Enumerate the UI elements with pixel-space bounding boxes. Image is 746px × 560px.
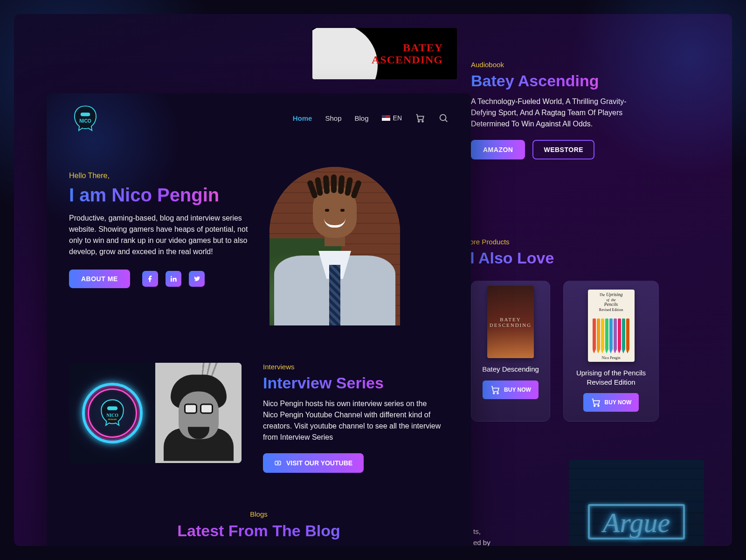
search-button[interactable]	[438, 113, 449, 123]
logo-icon: NICO	[70, 103, 100, 133]
product-card-uprising-pencils[interactable]: The Uprisingof thePencilsRevised Edition…	[563, 281, 659, 422]
cart-button[interactable]	[415, 113, 425, 123]
flag-us-icon	[382, 115, 390, 121]
hero-section: Hello There, I am Nico Pengin Productive…	[47, 134, 471, 325]
book-cover-batey-descending: BATEY DESCENDING	[487, 286, 534, 358]
interview-thumbnail: NICO PENGIN	[69, 363, 242, 463]
buy-now-button[interactable]: BUY NOW	[483, 380, 539, 399]
svg-point-2	[594, 405, 595, 407]
product-title: Batey Descending	[482, 365, 539, 374]
interviews-title: Interview Series	[263, 374, 443, 392]
svg-text:NICO: NICO	[106, 412, 118, 417]
interviews-description: Nico Pengin hosts his own interview seri…	[263, 398, 443, 443]
hero-headline: I am Nico Pengin	[69, 185, 251, 205]
linkedin-icon	[170, 275, 177, 283]
facebook-link[interactable]	[142, 271, 158, 287]
svg-point-7	[418, 121, 420, 122]
visit-youtube-button[interactable]: VISIT OUR YOUTUBE	[263, 453, 364, 473]
nav-shop[interactable]: Shop	[325, 114, 341, 122]
interviews-section: NICO PENGIN	[47, 325, 471, 473]
hero-description: Productive, gaming-based, blog and inter…	[69, 213, 251, 257]
interviews-caption: Interviews	[263, 363, 443, 371]
svg-point-1	[497, 393, 498, 394]
twitter-link[interactable]	[189, 271, 205, 287]
blogs-caption: Blogs	[47, 510, 471, 518]
logo-icon: NICO PENGIN	[96, 396, 129, 430]
cart-icon	[591, 397, 601, 408]
hero-portrait	[269, 167, 400, 325]
nav-blog[interactable]: Blog	[355, 114, 369, 122]
audiobook-title: Batey Ascending	[471, 72, 639, 90]
linkedin-link[interactable]	[166, 271, 181, 287]
language-selector[interactable]: EN	[382, 114, 402, 122]
cart-icon	[490, 385, 500, 395]
about-me-button[interactable]: ABOUT ME	[69, 270, 130, 288]
webstore-button[interactable]: WEBSTORE	[532, 140, 594, 159]
book-cover-uprising-pencils: The Uprisingof thePencilsRevised Edition…	[588, 290, 635, 362]
front-page-overlay: NICO Home Shop Blog EN	[47, 93, 471, 546]
more-title: YouYou'll Also Love'll Also Love	[434, 249, 713, 267]
audiobook-section: Audiobook Batey Ascending A Technology-F…	[471, 61, 639, 159]
product-title: Uprising of the Pencils Revised Edition	[570, 368, 652, 387]
svg-point-11	[171, 276, 172, 277]
navbar: NICO Home Shop Blog EN	[47, 93, 471, 134]
product-card-batey-descending[interactable]: BATEY DESCENDING Batey Descending BUY NO…	[471, 281, 550, 422]
site-logo[interactable]: NICO	[69, 102, 102, 134]
audiobook-description: A Technology-Fueled World, A Thrilling G…	[471, 96, 639, 130]
svg-text:NICO: NICO	[79, 118, 91, 124]
audiobook-caption: Audiobook	[471, 61, 639, 69]
more-products-section: Explore Explore More ProductsMore Produc…	[471, 238, 713, 422]
nav-home[interactable]: Home	[293, 114, 312, 122]
svg-rect-5	[81, 112, 90, 116]
blogs-section: Blogs Latest From The Blog	[47, 510, 471, 540]
more-caption: Explore Explore More ProductsMore Produc…	[438, 238, 713, 246]
hero-greeting: Hello There,	[69, 172, 251, 180]
facebook-icon	[146, 275, 154, 283]
svg-text:PENGIN: PENGIN	[108, 418, 117, 420]
search-icon	[438, 113, 449, 123]
svg-point-0	[493, 393, 495, 394]
buy-now-button[interactable]: BUY NOW	[583, 393, 639, 412]
banner-title-line1: BATEY	[403, 41, 443, 54]
svg-point-8	[422, 121, 423, 122]
svg-rect-12	[107, 406, 117, 410]
svg-point-3	[598, 405, 599, 407]
argue-banner: Argue	[569, 460, 704, 546]
youtube-icon	[274, 459, 282, 467]
cutoff-text: ts, ed by	[473, 526, 490, 546]
blogs-title: Latest From The Blog	[47, 522, 471, 540]
svg-point-9	[440, 115, 446, 121]
amazon-button[interactable]: AMAZON	[471, 140, 525, 159]
banner-title-line2: ASCENDING	[372, 54, 443, 66]
svg-rect-10	[171, 278, 172, 282]
cart-icon	[415, 113, 425, 123]
twitter-icon	[193, 275, 200, 283]
